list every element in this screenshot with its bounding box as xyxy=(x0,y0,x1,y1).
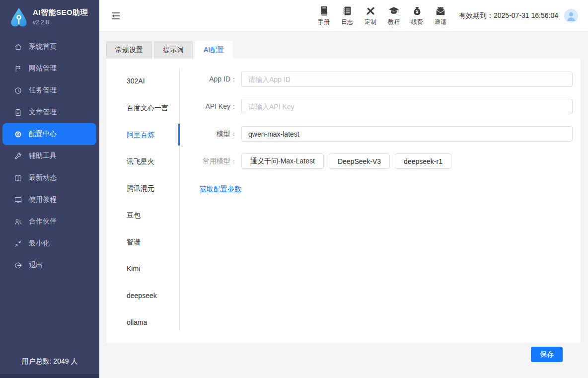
sidebar-item-label: 系统首页 xyxy=(29,42,57,51)
provider-label: 阿里百炼 xyxy=(127,131,154,139)
api-key-input[interactable] xyxy=(241,99,573,114)
sidebar-item-news[interactable]: 最新动态 xyxy=(0,167,99,189)
app-id-label: App ID： xyxy=(200,75,237,84)
get-config-params-link[interactable]: 获取配置参数 xyxy=(200,185,241,194)
active-indicator-bar xyxy=(178,124,180,146)
sidebar-item-sites[interactable]: 网站管理 xyxy=(0,58,99,79)
provider-zhipu[interactable]: 智谱 xyxy=(106,228,180,255)
gear-icon xyxy=(14,130,22,139)
sidebar-item-config[interactable]: 配置中心 xyxy=(2,123,96,145)
action-label: 日志 xyxy=(341,18,353,26)
provider-doubao[interactable]: 豆包 xyxy=(106,202,180,228)
action-label: 教程 xyxy=(388,18,400,26)
logout-icon xyxy=(14,261,22,270)
provider-deepseek[interactable]: deepseek xyxy=(106,282,180,309)
action-label: 定制 xyxy=(365,18,376,26)
action-label: 邀请 xyxy=(435,18,446,26)
clock-icon xyxy=(14,86,22,95)
content-area: 常规设置 提示词 AI配置 302AI 百度文心一言 阿里百炼 讯飞星火 腾讯混… xyxy=(99,32,588,378)
model-input[interactable] xyxy=(241,126,573,142)
sidebar-item-label: 网站管理 xyxy=(29,64,57,73)
app-logo-icon xyxy=(8,6,30,28)
sidebar-item-label: 退出 xyxy=(29,261,43,270)
app-logo: AI智能SEO助理 v2.2.8 xyxy=(0,0,99,33)
sidebar-item-tools[interactable]: 辅助工具 xyxy=(0,145,99,167)
main-area: 手册 日志 定制 教程 续费 邀请 有效期到：2025- xyxy=(99,0,588,378)
home-icon xyxy=(14,43,22,51)
app-id-row: App ID： xyxy=(200,72,573,87)
sidebar-item-label: 使用教程 xyxy=(29,195,57,204)
sidebar-item-partners[interactable]: 合作伙伴 xyxy=(0,211,99,232)
avatar[interactable] xyxy=(564,9,578,23)
provider-302ai[interactable]: 302AI xyxy=(106,68,180,94)
tab-general-settings[interactable]: 常规设置 xyxy=(106,41,152,59)
sidebar-item-label: 任务管理 xyxy=(29,86,57,95)
action-custom[interactable]: 定制 xyxy=(362,5,379,26)
api-key-label: API Key： xyxy=(200,102,237,111)
save-row: 保存 xyxy=(106,343,581,362)
model-option-deepseek-v3[interactable]: DeepSeek-V3 xyxy=(329,153,390,169)
ai-config-panel: 302AI 百度文心一言 阿里百炼 讯飞星火 腾讯混元 豆包 智谱 Kimi d… xyxy=(106,59,581,343)
provider-config-form: App ID： API Key： 模型： 常用模型： 通义千问-Max-Late… xyxy=(180,59,581,343)
validity-text: 有效期到：2025-07-31 16:56:04 xyxy=(459,11,558,20)
action-renew[interactable]: 续费 xyxy=(409,5,426,26)
open-book-icon xyxy=(14,174,22,182)
provider-xunfei-spark[interactable]: 讯飞星火 xyxy=(106,148,180,175)
sidebar-item-label: 最小化 xyxy=(29,239,50,248)
model-option-qwen-max-latest[interactable]: 通义千问-Max-Latest xyxy=(241,153,324,169)
sidebar-item-tutorial[interactable]: 使用教程 xyxy=(0,189,99,211)
action-manual[interactable]: 手册 xyxy=(315,5,332,26)
tab-prompts[interactable]: 提示词 xyxy=(154,41,193,59)
common-models-row: 常用模型： 通义千问-Max-Latest DeepSeek-V3 deepse… xyxy=(200,153,573,169)
provider-ali-bailian[interactable]: 阿里百炼 xyxy=(106,121,180,148)
topbar-actions: 手册 日志 定制 教程 续费 邀请 xyxy=(315,5,449,26)
api-key-row: API Key： xyxy=(200,99,573,114)
save-button[interactable]: 保存 xyxy=(531,347,563,362)
sidebar-item-label: 文章管理 xyxy=(29,108,57,117)
action-tutorial[interactable]: 教程 xyxy=(385,5,402,26)
settings-tabs: 常规设置 提示词 AI配置 xyxy=(106,41,581,59)
app-version: v2.2.8 xyxy=(33,19,88,26)
model-option-deepseek-r1[interactable]: deepseek-r1 xyxy=(395,153,451,169)
custom-tools-icon xyxy=(365,5,376,16)
action-logs[interactable]: 日志 xyxy=(339,5,356,26)
tutorial-cap-icon xyxy=(388,5,399,16)
app-id-input[interactable] xyxy=(241,72,573,87)
sidebar-item-minimize[interactable]: 最小化 xyxy=(0,232,99,254)
document-icon xyxy=(14,108,22,117)
app-title: AI智能SEO助理 xyxy=(33,8,88,17)
log-notebook-icon xyxy=(342,5,353,16)
provider-baidu-wenxin[interactable]: 百度文心一言 xyxy=(106,94,180,121)
sidebar-item-logout[interactable]: 退出 xyxy=(0,254,99,276)
user-total-count: 用户总数: 2049 人 xyxy=(0,357,99,374)
model-row: 模型： xyxy=(200,126,573,142)
sidebar-item-label: 合作伙伴 xyxy=(29,217,57,226)
sidebar-item-articles[interactable]: 文章管理 xyxy=(0,101,99,123)
action-label: 续费 xyxy=(411,18,423,26)
sidebar-item-tasks[interactable]: 任务管理 xyxy=(0,79,99,101)
action-invite[interactable]: 邀请 xyxy=(432,5,449,26)
minimize-icon xyxy=(14,239,22,248)
sidebar: AI智能SEO助理 v2.2.8 系统首页 网站管理 任务管理 文章管理 配置中… xyxy=(0,0,99,378)
user-avatar-icon xyxy=(564,9,578,23)
sidebar-collapse-icon[interactable] xyxy=(110,10,121,21)
sidebar-item-home[interactable]: 系统首页 xyxy=(0,36,99,58)
provider-nav: 302AI 百度文心一言 阿里百炼 讯飞星火 腾讯混元 豆包 智谱 Kimi d… xyxy=(106,59,180,343)
top-bar: 手册 日志 定制 教程 续费 邀请 有效期到：2025- xyxy=(99,0,588,32)
sidebar-nav: 系统首页 网站管理 任务管理 文章管理 配置中心 辅助工具 最新动态 使用教程 xyxy=(0,36,99,357)
action-label: 手册 xyxy=(318,18,330,26)
sidebar-item-label: 辅助工具 xyxy=(29,151,57,160)
provider-nav-divider xyxy=(179,69,180,332)
sidebar-item-label: 最新动态 xyxy=(29,173,57,182)
renew-moneybag-icon xyxy=(412,5,423,16)
flag-icon xyxy=(14,65,22,73)
provider-tencent-hunyuan[interactable]: 腾讯混元 xyxy=(106,175,180,202)
sidebar-item-label: 配置中心 xyxy=(29,130,57,139)
tab-ai-config[interactable]: AI配置 xyxy=(195,41,233,59)
invite-mail-icon xyxy=(435,5,446,16)
wrench-icon xyxy=(14,152,22,160)
sidebar-bottom-strip xyxy=(0,374,99,378)
provider-kimi[interactable]: Kimi xyxy=(106,255,180,282)
common-models-label: 常用模型： xyxy=(200,157,237,166)
provider-ollama[interactable]: ollama xyxy=(106,309,180,336)
